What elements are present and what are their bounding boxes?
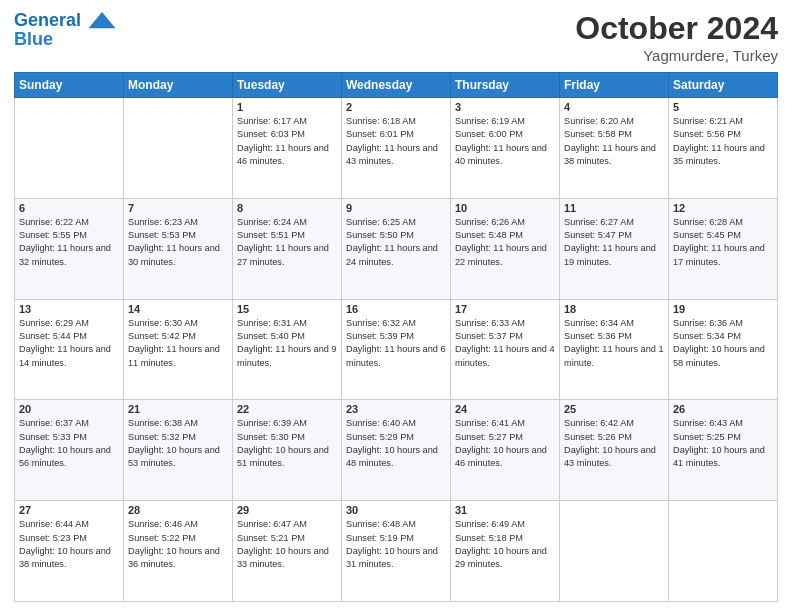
day-detail: Sunrise: 6:38 AMSunset: 5:32 PMDaylight:…	[128, 417, 228, 470]
calendar-cell: 9Sunrise: 6:25 AMSunset: 5:50 PMDaylight…	[342, 198, 451, 299]
day-detail: Sunrise: 6:29 AMSunset: 5:44 PMDaylight:…	[19, 317, 119, 370]
calendar-week-3: 13Sunrise: 6:29 AMSunset: 5:44 PMDayligh…	[15, 299, 778, 400]
day-number: 2	[346, 101, 446, 113]
calendar-cell: 12Sunrise: 6:28 AMSunset: 5:45 PMDayligh…	[669, 198, 778, 299]
day-detail: Sunrise: 6:31 AMSunset: 5:40 PMDaylight:…	[237, 317, 337, 370]
calendar-cell: 10Sunrise: 6:26 AMSunset: 5:48 PMDayligh…	[451, 198, 560, 299]
day-detail: Sunrise: 6:37 AMSunset: 5:33 PMDaylight:…	[19, 417, 119, 470]
day-number: 10	[455, 202, 555, 214]
day-detail: Sunrise: 6:47 AMSunset: 5:21 PMDaylight:…	[237, 518, 337, 571]
calendar-cell: 14Sunrise: 6:30 AMSunset: 5:42 PMDayligh…	[124, 299, 233, 400]
day-detail: Sunrise: 6:40 AMSunset: 5:29 PMDaylight:…	[346, 417, 446, 470]
calendar-cell: 13Sunrise: 6:29 AMSunset: 5:44 PMDayligh…	[15, 299, 124, 400]
col-header-thursday: Thursday	[451, 73, 560, 98]
calendar-week-1: 1Sunrise: 6:17 AMSunset: 6:03 PMDaylight…	[15, 98, 778, 199]
calendar-week-2: 6Sunrise: 6:22 AMSunset: 5:55 PMDaylight…	[15, 198, 778, 299]
calendar-cell: 16Sunrise: 6:32 AMSunset: 5:39 PMDayligh…	[342, 299, 451, 400]
calendar-cell: 4Sunrise: 6:20 AMSunset: 5:58 PMDaylight…	[560, 98, 669, 199]
day-number: 18	[564, 303, 664, 315]
col-header-saturday: Saturday	[669, 73, 778, 98]
logo: General Blue	[14, 10, 116, 50]
day-detail: Sunrise: 6:23 AMSunset: 5:53 PMDaylight:…	[128, 216, 228, 269]
calendar-cell	[669, 501, 778, 602]
day-detail: Sunrise: 6:48 AMSunset: 5:19 PMDaylight:…	[346, 518, 446, 571]
day-detail: Sunrise: 6:39 AMSunset: 5:30 PMDaylight:…	[237, 417, 337, 470]
col-header-tuesday: Tuesday	[233, 73, 342, 98]
calendar-cell: 17Sunrise: 6:33 AMSunset: 5:37 PMDayligh…	[451, 299, 560, 400]
col-header-friday: Friday	[560, 73, 669, 98]
day-number: 7	[128, 202, 228, 214]
calendar-week-5: 27Sunrise: 6:44 AMSunset: 5:23 PMDayligh…	[15, 501, 778, 602]
day-number: 4	[564, 101, 664, 113]
day-detail: Sunrise: 6:42 AMSunset: 5:26 PMDaylight:…	[564, 417, 664, 470]
svg-marker-0	[89, 12, 116, 28]
calendar-cell: 30Sunrise: 6:48 AMSunset: 5:19 PMDayligh…	[342, 501, 451, 602]
day-detail: Sunrise: 6:24 AMSunset: 5:51 PMDaylight:…	[237, 216, 337, 269]
day-detail: Sunrise: 6:26 AMSunset: 5:48 PMDaylight:…	[455, 216, 555, 269]
calendar-cell: 31Sunrise: 6:49 AMSunset: 5:18 PMDayligh…	[451, 501, 560, 602]
day-number: 27	[19, 504, 119, 516]
day-number: 17	[455, 303, 555, 315]
calendar-cell: 1Sunrise: 6:17 AMSunset: 6:03 PMDaylight…	[233, 98, 342, 199]
calendar-table: SundayMondayTuesdayWednesdayThursdayFrid…	[14, 72, 778, 602]
day-number: 11	[564, 202, 664, 214]
day-detail: Sunrise: 6:49 AMSunset: 5:18 PMDaylight:…	[455, 518, 555, 571]
calendar-cell: 3Sunrise: 6:19 AMSunset: 6:00 PMDaylight…	[451, 98, 560, 199]
day-number: 30	[346, 504, 446, 516]
day-number: 31	[455, 504, 555, 516]
title-block: October 2024 Yagmurdere, Turkey	[575, 10, 778, 64]
day-number: 8	[237, 202, 337, 214]
day-detail: Sunrise: 6:18 AMSunset: 6:01 PMDaylight:…	[346, 115, 446, 168]
calendar-cell: 24Sunrise: 6:41 AMSunset: 5:27 PMDayligh…	[451, 400, 560, 501]
day-detail: Sunrise: 6:43 AMSunset: 5:25 PMDaylight:…	[673, 417, 773, 470]
day-detail: Sunrise: 6:17 AMSunset: 6:03 PMDaylight:…	[237, 115, 337, 168]
day-number: 6	[19, 202, 119, 214]
day-detail: Sunrise: 6:41 AMSunset: 5:27 PMDaylight:…	[455, 417, 555, 470]
calendar-cell: 27Sunrise: 6:44 AMSunset: 5:23 PMDayligh…	[15, 501, 124, 602]
day-number: 3	[455, 101, 555, 113]
day-number: 19	[673, 303, 773, 315]
day-number: 22	[237, 403, 337, 415]
day-detail: Sunrise: 6:21 AMSunset: 5:56 PMDaylight:…	[673, 115, 773, 168]
calendar-cell: 28Sunrise: 6:46 AMSunset: 5:22 PMDayligh…	[124, 501, 233, 602]
calendar-cell: 2Sunrise: 6:18 AMSunset: 6:01 PMDaylight…	[342, 98, 451, 199]
day-detail: Sunrise: 6:25 AMSunset: 5:50 PMDaylight:…	[346, 216, 446, 269]
day-number: 16	[346, 303, 446, 315]
calendar-cell	[560, 501, 669, 602]
calendar-cell: 5Sunrise: 6:21 AMSunset: 5:56 PMDaylight…	[669, 98, 778, 199]
day-number: 26	[673, 403, 773, 415]
day-number: 23	[346, 403, 446, 415]
day-detail: Sunrise: 6:32 AMSunset: 5:39 PMDaylight:…	[346, 317, 446, 370]
day-number: 14	[128, 303, 228, 315]
day-number: 20	[19, 403, 119, 415]
calendar-week-4: 20Sunrise: 6:37 AMSunset: 5:33 PMDayligh…	[15, 400, 778, 501]
day-detail: Sunrise: 6:33 AMSunset: 5:37 PMDaylight:…	[455, 317, 555, 370]
day-detail: Sunrise: 6:30 AMSunset: 5:42 PMDaylight:…	[128, 317, 228, 370]
day-number: 25	[564, 403, 664, 415]
day-number: 1	[237, 101, 337, 113]
month-title: October 2024	[575, 10, 778, 47]
col-header-sunday: Sunday	[15, 73, 124, 98]
calendar-cell: 22Sunrise: 6:39 AMSunset: 5:30 PMDayligh…	[233, 400, 342, 501]
logo-blue: Blue	[14, 29, 116, 50]
calendar-cell: 18Sunrise: 6:34 AMSunset: 5:36 PMDayligh…	[560, 299, 669, 400]
calendar-cell: 26Sunrise: 6:43 AMSunset: 5:25 PMDayligh…	[669, 400, 778, 501]
calendar-cell: 7Sunrise: 6:23 AMSunset: 5:53 PMDaylight…	[124, 198, 233, 299]
day-number: 24	[455, 403, 555, 415]
day-detail: Sunrise: 6:28 AMSunset: 5:45 PMDaylight:…	[673, 216, 773, 269]
day-number: 28	[128, 504, 228, 516]
col-header-wednesday: Wednesday	[342, 73, 451, 98]
col-header-monday: Monday	[124, 73, 233, 98]
calendar-cell	[124, 98, 233, 199]
calendar-cell: 11Sunrise: 6:27 AMSunset: 5:47 PMDayligh…	[560, 198, 669, 299]
calendar-cell: 20Sunrise: 6:37 AMSunset: 5:33 PMDayligh…	[15, 400, 124, 501]
day-detail: Sunrise: 6:46 AMSunset: 5:22 PMDaylight:…	[128, 518, 228, 571]
day-detail: Sunrise: 6:27 AMSunset: 5:47 PMDaylight:…	[564, 216, 664, 269]
header: General Blue October 2024 Yagmurdere, Tu…	[14, 10, 778, 64]
location-title: Yagmurdere, Turkey	[575, 47, 778, 64]
logo-icon	[88, 12, 116, 30]
day-detail: Sunrise: 6:20 AMSunset: 5:58 PMDaylight:…	[564, 115, 664, 168]
day-number: 29	[237, 504, 337, 516]
day-detail: Sunrise: 6:36 AMSunset: 5:34 PMDaylight:…	[673, 317, 773, 370]
calendar-cell	[15, 98, 124, 199]
